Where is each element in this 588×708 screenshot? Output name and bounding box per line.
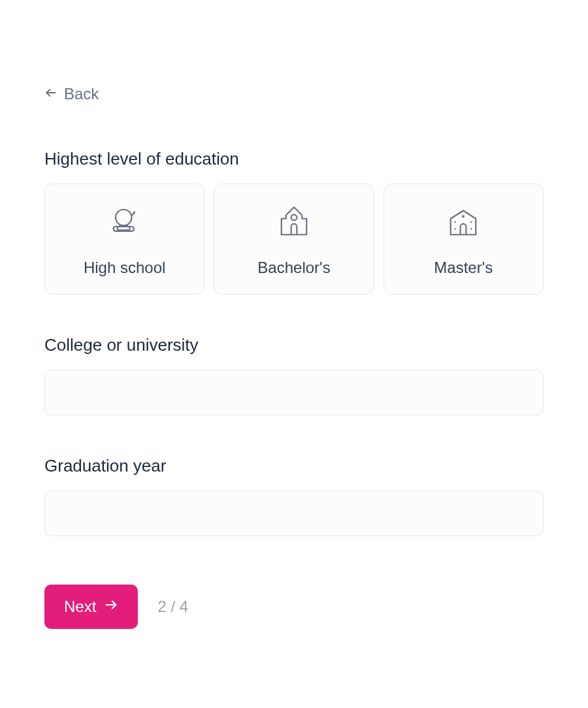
arrow-left-icon	[44, 85, 57, 103]
bell-icon	[105, 202, 144, 242]
svg-point-5	[462, 215, 465, 217]
option-label: Master's	[434, 259, 493, 277]
svg-point-4	[291, 215, 297, 221]
form-footer: Next 2 / 4	[44, 585, 544, 629]
option-label: Bachelor's	[257, 259, 330, 277]
education-options: High school Bachelor's	[44, 184, 544, 295]
svg-point-6	[455, 221, 456, 223]
next-button[interactable]: Next	[44, 585, 138, 629]
education-label: Highest level of education	[44, 149, 544, 169]
back-button[interactable]: Back	[44, 85, 99, 103]
arrow-right-icon	[104, 598, 118, 616]
graduation-label: Graduation year	[44, 456, 544, 476]
svg-point-8	[455, 228, 456, 229]
graduation-section: Graduation year	[44, 456, 544, 536]
school-building-icon	[444, 202, 483, 242]
option-masters[interactable]: Master's	[384, 184, 544, 295]
church-icon	[274, 202, 314, 242]
option-high-school[interactable]: High school	[44, 184, 204, 295]
svg-point-9	[470, 228, 472, 229]
college-label: College or university	[44, 335, 544, 355]
graduation-year-input[interactable]	[44, 491, 544, 536]
next-label: Next	[64, 598, 96, 616]
college-input[interactable]	[44, 370, 544, 415]
back-label: Back	[64, 85, 99, 103]
svg-point-7	[470, 221, 472, 223]
education-section: Highest level of education High school	[44, 149, 544, 295]
option-label: High school	[84, 259, 165, 277]
svg-point-1	[116, 210, 132, 226]
option-bachelors[interactable]: Bachelor's	[214, 184, 374, 295]
page-indicator: 2 / 4	[157, 598, 188, 616]
college-section: College or university	[44, 335, 544, 415]
